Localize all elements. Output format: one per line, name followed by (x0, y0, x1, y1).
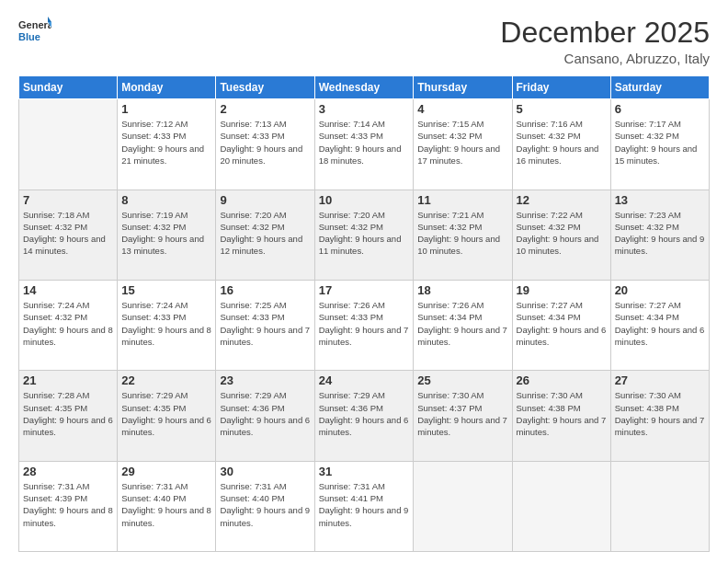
calendar-cell: 14Sunrise: 7:24 AMSunset: 4:32 PMDayligh… (19, 280, 118, 370)
calendar-cell: 24Sunrise: 7:29 AMSunset: 4:36 PMDayligh… (314, 371, 414, 461)
calendar-cell: 10Sunrise: 7:20 AMSunset: 4:32 PMDayligh… (314, 190, 414, 280)
day-number: 4 (417, 102, 507, 116)
col-monday: Monday (118, 76, 216, 99)
day-info: Sunrise: 7:24 AMSunset: 4:33 PMDaylight:… (121, 299, 211, 348)
day-number: 5 (517, 102, 607, 116)
calendar-cell: 20Sunrise: 7:27 AMSunset: 4:34 PMDayligh… (610, 280, 709, 370)
title-block: December 2025 Cansano, Abruzzo, Italy (500, 17, 710, 66)
calendar-cell: 18Sunrise: 7:26 AMSunset: 4:34 PMDayligh… (414, 280, 512, 370)
day-info: Sunrise: 7:30 AMSunset: 4:37 PMDaylight:… (417, 389, 507, 438)
day-info: Sunrise: 7:20 AMSunset: 4:32 PMDaylight:… (220, 209, 310, 258)
col-wednesday: Wednesday (314, 76, 414, 99)
day-info: Sunrise: 7:18 AMSunset: 4:32 PMDaylight:… (23, 209, 113, 258)
calendar-cell: 5Sunrise: 7:16 AMSunset: 4:32 PMDaylight… (512, 99, 610, 190)
day-number: 23 (220, 373, 310, 387)
day-info: Sunrise: 7:24 AMSunset: 4:32 PMDaylight:… (23, 299, 113, 348)
day-info: Sunrise: 7:13 AMSunset: 4:33 PMDaylight:… (220, 118, 310, 167)
day-info: Sunrise: 7:16 AMSunset: 4:32 PMDaylight:… (517, 118, 607, 167)
col-tuesday: Tuesday (216, 76, 314, 99)
day-info: Sunrise: 7:20 AMSunset: 4:32 PMDaylight:… (319, 209, 410, 258)
calendar-table: Sunday Monday Tuesday Wednesday Thursday… (18, 75, 710, 552)
calendar-cell: 28Sunrise: 7:31 AMSunset: 4:39 PMDayligh… (19, 461, 118, 551)
day-number: 12 (517, 193, 607, 207)
day-number: 21 (23, 373, 113, 387)
day-info: Sunrise: 7:30 AMSunset: 4:38 PMDaylight:… (615, 389, 705, 438)
day-info: Sunrise: 7:19 AMSunset: 4:32 PMDaylight:… (121, 209, 211, 258)
day-number: 10 (319, 193, 410, 207)
calendar-cell (610, 461, 709, 551)
calendar-cell: 19Sunrise: 7:27 AMSunset: 4:34 PMDayligh… (512, 280, 610, 370)
day-number: 28 (23, 465, 113, 478)
calendar-cell: 1Sunrise: 7:12 AMSunset: 4:33 PMDaylight… (118, 99, 216, 190)
calendar-cell: 25Sunrise: 7:30 AMSunset: 4:37 PMDayligh… (414, 371, 512, 461)
calendar-cell: 29Sunrise: 7:31 AMSunset: 4:40 PMDayligh… (118, 461, 216, 551)
calendar-cell: 6Sunrise: 7:17 AMSunset: 4:32 PMDaylight… (610, 99, 709, 190)
day-info: Sunrise: 7:31 AMSunset: 4:41 PMDaylight:… (319, 480, 410, 529)
day-number: 8 (121, 193, 211, 207)
day-number: 11 (417, 193, 507, 207)
day-number: 30 (220, 465, 310, 478)
calendar-cell: 4Sunrise: 7:15 AMSunset: 4:32 PMDaylight… (414, 99, 512, 190)
svg-text:Blue: Blue (18, 31, 40, 42)
day-number: 25 (417, 373, 507, 387)
calendar-week-1: 1Sunrise: 7:12 AMSunset: 4:33 PMDaylight… (19, 99, 710, 190)
calendar-cell: 8Sunrise: 7:19 AMSunset: 4:32 PMDaylight… (118, 190, 216, 280)
day-info: Sunrise: 7:29 AMSunset: 4:36 PMDaylight:… (319, 389, 410, 438)
col-friday: Friday (512, 76, 610, 99)
day-info: Sunrise: 7:31 AMSunset: 4:39 PMDaylight:… (23, 480, 113, 529)
day-info: Sunrise: 7:23 AMSunset: 4:32 PMDaylight:… (615, 209, 705, 258)
day-number: 1 (121, 102, 211, 116)
day-number: 20 (615, 283, 705, 297)
day-number: 31 (319, 465, 410, 478)
calendar-cell (414, 461, 512, 551)
calendar-cell: 31Sunrise: 7:31 AMSunset: 4:41 PMDayligh… (314, 461, 414, 551)
calendar-cell: 15Sunrise: 7:24 AMSunset: 4:33 PMDayligh… (118, 280, 216, 370)
calendar-cell (19, 99, 118, 190)
calendar-cell: 2Sunrise: 7:13 AMSunset: 4:33 PMDaylight… (216, 99, 314, 190)
day-info: Sunrise: 7:31 AMSunset: 4:40 PMDaylight:… (121, 480, 211, 529)
calendar-cell: 3Sunrise: 7:14 AMSunset: 4:33 PMDaylight… (314, 99, 414, 190)
day-info: Sunrise: 7:26 AMSunset: 4:34 PMDaylight:… (417, 299, 507, 348)
day-number: 16 (220, 283, 310, 297)
calendar-cell: 12Sunrise: 7:22 AMSunset: 4:32 PMDayligh… (512, 190, 610, 280)
col-sunday: Sunday (19, 76, 118, 99)
logo: General Blue (18, 17, 51, 44)
day-info: Sunrise: 7:15 AMSunset: 4:32 PMDaylight:… (417, 118, 507, 167)
day-number: 3 (319, 102, 410, 116)
header-row: Sunday Monday Tuesday Wednesday Thursday… (19, 76, 710, 99)
day-info: Sunrise: 7:12 AMSunset: 4:33 PMDaylight:… (121, 118, 211, 167)
day-number: 13 (615, 193, 705, 207)
calendar-cell: 16Sunrise: 7:25 AMSunset: 4:33 PMDayligh… (216, 280, 314, 370)
day-info: Sunrise: 7:26 AMSunset: 4:33 PMDaylight:… (319, 299, 410, 348)
day-info: Sunrise: 7:29 AMSunset: 4:35 PMDaylight:… (121, 389, 211, 438)
calendar-week-5: 28Sunrise: 7:31 AMSunset: 4:39 PMDayligh… (19, 461, 710, 551)
day-number: 14 (23, 283, 113, 297)
day-number: 29 (121, 465, 211, 478)
logo-icon: General Blue (18, 17, 51, 44)
day-number: 26 (517, 373, 607, 387)
calendar-cell: 27Sunrise: 7:30 AMSunset: 4:38 PMDayligh… (610, 371, 709, 461)
day-info: Sunrise: 7:27 AMSunset: 4:34 PMDaylight:… (517, 299, 607, 348)
calendar-cell: 30Sunrise: 7:31 AMSunset: 4:40 PMDayligh… (216, 461, 314, 551)
calendar-cell (512, 461, 610, 551)
calendar-week-4: 21Sunrise: 7:28 AMSunset: 4:35 PMDayligh… (19, 371, 710, 461)
day-info: Sunrise: 7:31 AMSunset: 4:40 PMDaylight:… (220, 480, 310, 529)
calendar-cell: 26Sunrise: 7:30 AMSunset: 4:38 PMDayligh… (512, 371, 610, 461)
month-title: December 2025 (500, 17, 710, 49)
day-number: 7 (23, 193, 113, 207)
calendar-cell: 21Sunrise: 7:28 AMSunset: 4:35 PMDayligh… (19, 371, 118, 461)
day-info: Sunrise: 7:30 AMSunset: 4:38 PMDaylight:… (517, 389, 607, 438)
location: Cansano, Abruzzo, Italy (500, 51, 710, 66)
day-number: 6 (615, 102, 705, 116)
header: General Blue December 2025 Cansano, Abru… (18, 17, 710, 66)
day-info: Sunrise: 7:21 AMSunset: 4:32 PMDaylight:… (417, 209, 507, 258)
svg-text:General: General (18, 19, 51, 30)
col-saturday: Saturday (610, 76, 709, 99)
day-number: 22 (121, 373, 211, 387)
day-info: Sunrise: 7:17 AMSunset: 4:32 PMDaylight:… (615, 118, 705, 167)
day-info: Sunrise: 7:25 AMSunset: 4:33 PMDaylight:… (220, 299, 310, 348)
calendar-week-3: 14Sunrise: 7:24 AMSunset: 4:32 PMDayligh… (19, 280, 710, 370)
day-number: 24 (319, 373, 410, 387)
day-number: 19 (517, 283, 607, 297)
calendar-cell: 13Sunrise: 7:23 AMSunset: 4:32 PMDayligh… (610, 190, 709, 280)
